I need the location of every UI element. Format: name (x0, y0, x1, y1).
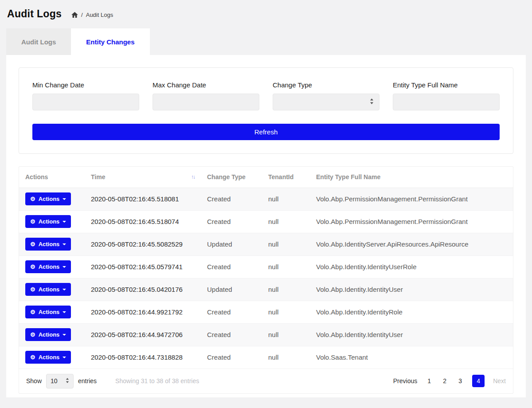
filter-field-min-change-date: Min Change Date (32, 81, 139, 110)
breadcrumb-separator: / (81, 12, 83, 18)
row-tenant-id: null (262, 210, 310, 233)
chevron-down-icon (63, 311, 66, 313)
row-tenant-id: null (262, 301, 310, 323)
actions-button-label: Actions (39, 331, 60, 338)
table-row: ⚙ Actions 2020-05-08T02:16:45.5082529 Up… (19, 233, 513, 255)
filter-field-max-change-date: Max Change Date (153, 81, 259, 110)
chevron-down-icon (63, 289, 66, 290)
row-change-type: Created (201, 255, 262, 278)
min-change-date-label: Min Change Date (32, 81, 139, 89)
row-time: 2020-05-08T02:16:44.9472706 (85, 323, 201, 346)
breadcrumb: / Audit Logs (71, 10, 113, 18)
column-header-time[interactable]: Time ↑↓ (85, 167, 201, 188)
actions-button-label: Actions (39, 241, 60, 247)
gear-icon: ⚙ (30, 309, 35, 315)
row-time: 2020-05-08T02:16:45.0420176 (85, 278, 201, 301)
row-actions-button[interactable]: ⚙ Actions (25, 215, 71, 228)
row-entity-type: Volo.Abp.Identity.IdentityUser (310, 278, 513, 301)
gear-icon: ⚙ (30, 332, 35, 337)
row-actions-button[interactable]: ⚙ Actions (25, 238, 71, 251)
cell-actions: ⚙ Actions (19, 188, 85, 210)
change-type-select[interactable] (273, 94, 379, 110)
pagination-page[interactable]: 3 (457, 377, 464, 384)
gear-icon: ⚙ (30, 196, 35, 202)
max-change-date-label: Max Change Date (153, 81, 259, 89)
pagination-previous[interactable]: Previous (393, 377, 417, 384)
chevron-down-icon (63, 357, 66, 358)
row-change-type: Created (201, 323, 262, 346)
row-entity-type: Volo.Abp.PermissionManagement.Permission… (310, 210, 513, 233)
select-arrows-icon (66, 377, 69, 384)
page-size-value: 10 (51, 377, 58, 384)
table-row: ⚙ Actions 2020-05-08T02:16:44.7318828 Cr… (19, 346, 513, 369)
tab-bar: Audit Logs Entity Changes (6, 28, 526, 55)
showing-entries-text: Showing 31 to 38 of 38 entries (115, 377, 199, 384)
column-header-tenant-id: TenantId (262, 167, 310, 188)
row-entity-type: Volo.Abp.PermissionManagement.Permission… (310, 188, 513, 210)
row-time: 2020-05-08T02:16:45.518081 (85, 188, 201, 210)
gear-icon: ⚙ (30, 241, 35, 247)
table-row: ⚙ Actions 2020-05-08T02:16:44.9921792 Cr… (19, 301, 513, 323)
row-entity-type: Volo.Abp.Identity.IdentityRole (310, 301, 513, 323)
filter-card: Min Change Date Max Change Date Change T… (19, 67, 513, 154)
row-actions-button[interactable]: ⚙ Actions (25, 260, 71, 273)
min-change-date-input[interactable] (32, 94, 139, 110)
row-actions-button[interactable]: ⚙ Actions (25, 192, 71, 205)
actions-button-label: Actions (39, 286, 60, 293)
chevron-down-icon (63, 221, 66, 223)
row-actions-button[interactable]: ⚙ Actions (25, 283, 71, 296)
filter-field-entity-type-full-name: Entity Type Full Name (393, 81, 500, 110)
row-actions-button[interactable]: ⚙ Actions (25, 351, 71, 364)
cell-actions: ⚙ Actions (19, 346, 85, 369)
row-tenant-id: null (262, 346, 310, 369)
chevron-down-icon (63, 266, 66, 268)
entity-type-full-name-input[interactable] (393, 94, 500, 110)
tab-audit-logs[interactable]: Audit Logs (6, 28, 71, 55)
pagination-page[interactable]: 2 (441, 377, 448, 384)
cell-actions: ⚙ Actions (19, 278, 85, 301)
pagination-page[interactable]: 1 (426, 377, 433, 384)
change-type-label: Change Type (273, 81, 379, 89)
page-size-select[interactable]: 10 (46, 374, 74, 388)
gear-icon: ⚙ (30, 264, 35, 270)
page-title: Audit Logs (7, 8, 62, 20)
pagination-pages: 1234 (426, 375, 485, 387)
sort-icon[interactable]: ↑↓ (191, 174, 195, 180)
actions-button-label: Actions (39, 218, 60, 225)
row-actions-button[interactable]: ⚙ Actions (25, 306, 71, 318)
row-entity-type: Volo.Abp.IdentityServer.ApiResources.Api… (310, 233, 513, 255)
entity-type-full-name-label: Entity Type Full Name (393, 81, 500, 89)
table-row: ⚙ Actions 2020-05-08T02:16:45.518081 Cre… (19, 188, 513, 210)
table-card: Actions Time ↑↓ Change Type TenantId Ent… (19, 166, 513, 394)
table-body: ⚙ Actions 2020-05-08T02:16:45.518081 Cre… (19, 188, 513, 369)
row-change-type: Created (201, 210, 262, 233)
row-change-type: Updated (201, 278, 262, 301)
max-change-date-input[interactable] (153, 94, 259, 110)
column-header-actions: Actions (19, 167, 85, 188)
pagination-page[interactable]: 4 (472, 375, 485, 387)
table-footer: Show 10 entries Showing 31 to 38 of 38 e… (19, 369, 513, 393)
row-change-type: Created (201, 188, 262, 210)
page-header: Audit Logs / Audit Logs (0, 0, 532, 27)
row-tenant-id: null (262, 323, 310, 346)
home-icon[interactable] (71, 12, 78, 18)
chevron-down-icon (63, 243, 66, 245)
pagination-next[interactable]: Next (493, 377, 506, 384)
row-time: 2020-05-08T02:16:45.0579741 (85, 255, 201, 278)
gear-icon: ⚙ (30, 219, 35, 224)
tab-entity-changes[interactable]: Entity Changes (71, 28, 149, 55)
table-row: ⚙ Actions 2020-05-08T02:16:45.0420176 Up… (19, 278, 513, 301)
cell-actions: ⚙ Actions (19, 210, 85, 233)
row-time: 2020-05-08T02:16:44.7318828 (85, 346, 201, 369)
column-header-entity-type-full-name: Entity Type Full Name (310, 167, 513, 188)
cell-actions: ⚙ Actions (19, 301, 85, 323)
refresh-button[interactable]: Refresh (32, 124, 500, 140)
row-entity-type: Volo.Abp.Identity.IdentityUserRole (310, 255, 513, 278)
table-row: ⚙ Actions 2020-05-08T02:16:45.0579741 Cr… (19, 255, 513, 278)
actions-button-label: Actions (39, 354, 60, 361)
row-tenant-id: null (262, 233, 310, 255)
row-actions-button[interactable]: ⚙ Actions (25, 328, 71, 341)
row-time: 2020-05-08T02:16:45.5082529 (85, 233, 201, 255)
pagination: Previous 1234 Next (393, 375, 506, 387)
content-panel: Min Change Date Max Change Date Change T… (6, 55, 526, 397)
